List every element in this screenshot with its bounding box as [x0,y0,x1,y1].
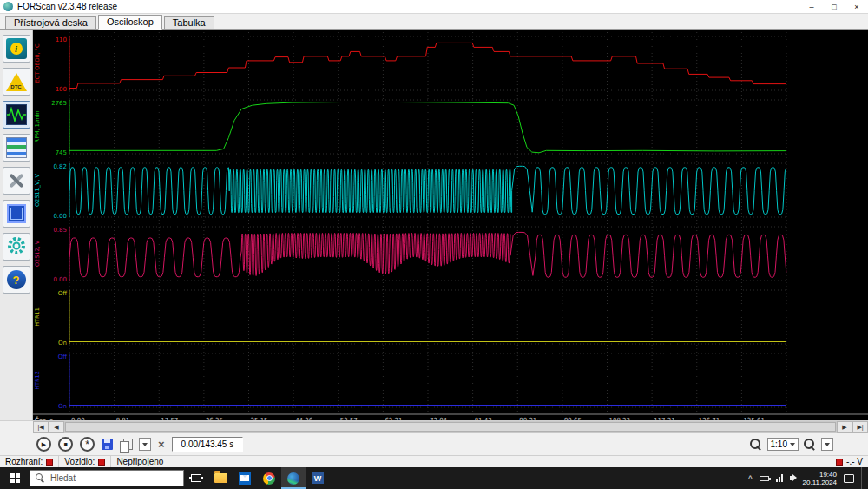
copy-icon[interactable] [120,439,132,451]
chrome-button[interactable] [257,467,281,489]
svg-text:99.65: 99.65 [564,417,582,420]
svg-text:On: On [58,403,67,410]
scroll-next-button[interactable]: ▶ [837,421,852,433]
vehicle-status-led [98,459,105,466]
tab-bar: Přístrojová deska Osciloskop Tabulka [0,14,868,30]
word-button[interactable]: W [306,467,330,489]
svg-text:81.42: 81.42 [475,417,492,420]
channel-htr11: OffOnHTR11 [34,290,786,347]
svg-text:108.22: 108.22 [609,417,631,420]
vehicle-info-button[interactable]: i [3,35,30,63]
record-settings-button[interactable]: * [80,437,95,452]
task-view-icon [191,474,201,482]
svg-text:O2S12, V: O2S12, V [34,240,41,267]
svg-text:On: On [58,340,67,347]
scrollbar-track[interactable] [64,421,837,433]
svg-text:0.00: 0.00 [71,417,85,420]
minimize-button[interactable]: – [800,0,823,13]
taskbar-search-input[interactable]: Hledat [30,470,184,486]
sidebar: i DTC [0,30,33,420]
trace-o2s12 [69,232,786,277]
voltage-value: -.- V [846,457,863,466]
clear-button[interactable]: × [158,440,165,449]
network-icon[interactable] [776,474,783,482]
maximize-button[interactable]: □ [823,0,845,13]
dtc-button[interactable]: DTC [3,68,30,96]
help-icon: ? [7,270,26,289]
zoom-in-icon[interactable] [804,439,816,451]
zoom-controls: 1:10 [750,438,833,451]
oscilloscope-icon [6,104,27,125]
svg-text:17.57: 17.57 [161,417,178,420]
save-icon[interactable] [102,439,113,450]
connection-status: Nepřipojeno [111,456,168,467]
svg-text:26.35: 26.35 [206,417,223,420]
tab-pristrojova-deska[interactable]: Přístrojová deska [5,16,96,29]
forscan-taskbar-icon [287,472,299,485]
zoom-scale-select[interactable]: 1:10 [767,438,799,451]
svg-text:2765: 2765 [51,100,67,107]
svg-text:0.82: 0.82 [53,163,67,170]
windows-logo-icon [10,473,20,483]
tab-osciloskop[interactable]: Osciloskop [98,15,162,30]
svg-text:53.57: 53.57 [340,417,358,420]
svg-text:HTR12: HTR12 [34,371,41,390]
clock-date: 20.11.2024 [803,479,837,486]
battery-icon[interactable] [760,476,769,481]
svg-text:8.81: 8.81 [116,417,130,420]
tab-tabulka[interactable]: Tabulka [164,16,214,29]
titlebar[interactable]: FORScan v2.3.48 release – □ × [0,0,868,14]
close-button[interactable]: × [845,0,868,13]
settings-button[interactable] [3,233,30,261]
vehicle-label: Vozidlo: [64,457,95,466]
svg-text:90.21: 90.21 [519,417,536,420]
forscan-taskbar-button[interactable] [281,467,306,489]
channel-o2s12: 0.850.00O2S12, V [34,227,786,283]
show-desktop-button[interactable] [861,467,865,489]
zoom-out-icon[interactable] [750,439,762,451]
scroll-prev-button[interactable]: ◀ [49,421,64,433]
svg-text:0.85: 0.85 [53,227,67,234]
about-button[interactable]: ? [3,266,30,294]
configuration-button[interactable] [3,200,30,228]
svg-text:126.71: 126.71 [699,417,720,420]
play-button[interactable]: ▶ [36,437,51,452]
scrollbar-thumb[interactable] [65,422,836,432]
time-axis-label: Čas, s [35,416,53,420]
table-icon [6,137,27,158]
clock-time: 19:40 [819,471,837,479]
tests-button[interactable] [3,134,30,162]
system-tray: ^ 19:40 20.11.2024 [748,467,868,489]
svg-text:100: 100 [56,86,67,93]
oscilloscope-button[interactable] [3,101,30,129]
window-controls: – □ × [800,0,868,13]
vehicle-info-icon: i [6,38,27,59]
scroll-first-button[interactable]: |◀ [33,421,49,433]
playback-toolbar: ▶ ■ * × 0.00/143.45 s 1:10 [0,433,868,455]
start-button[interactable] [0,467,30,489]
stop-button[interactable]: ■ [58,437,73,452]
interface-label: Rozhraní: [5,457,43,466]
volume-icon[interactable] [790,476,792,480]
task-view-button[interactable] [184,467,208,489]
dtc-warning-icon: DTC [5,71,28,92]
time-scrollbar: |◀ ◀ ▶ ▶| [0,420,868,433]
oscilloscope-plot[interactable]: 0.008.8117.5726.3535.1544.3653.5762.2172… [33,30,868,420]
search-icon [36,473,45,483]
trace-rpm [69,102,786,153]
tray-expand-icon[interactable]: ^ [748,474,752,483]
status-bar: Rozhraní: Vozidlo: Nepřipojeno -.- V [0,455,868,467]
taskbar-clock[interactable]: 19:40 20.11.2024 [803,471,837,486]
service-button[interactable] [3,167,30,195]
voltage-status-led [836,459,843,466]
svg-text:Off: Off [58,354,68,360]
zoom-options-dropdown[interactable] [821,438,833,451]
action-center-icon[interactable] [844,474,854,483]
file-explorer-button[interactable] [208,467,233,489]
chevron-down-icon [142,443,148,446]
svg-text:72.04: 72.04 [430,417,448,420]
mail-button[interactable] [233,467,257,489]
format-dropdown[interactable] [139,438,151,451]
scroll-last-button[interactable]: ▶| [852,421,868,433]
svg-text:0.00: 0.00 [53,276,67,283]
